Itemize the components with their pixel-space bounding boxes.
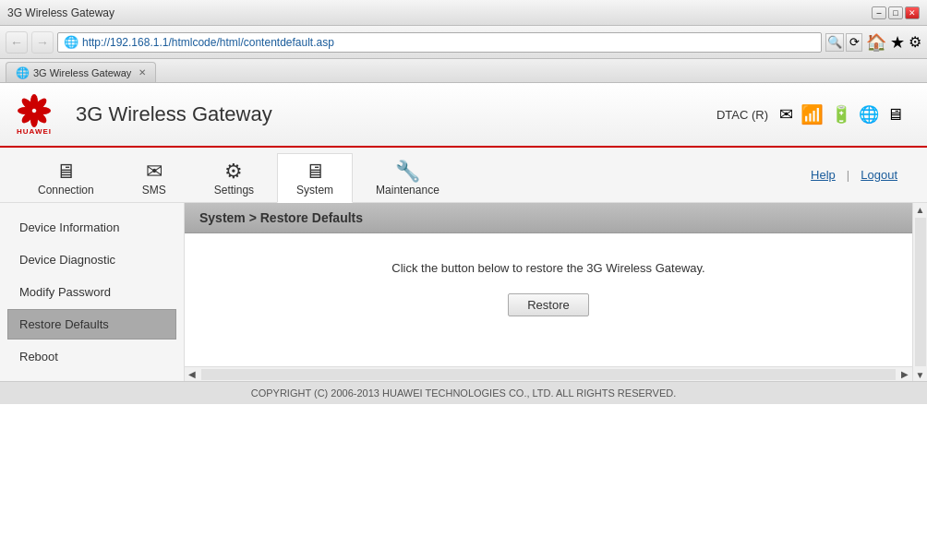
tools-icon[interactable]: ⚙ (909, 33, 921, 51)
tab-close-button[interactable]: ✕ (138, 67, 146, 77)
header-icons: ✉ 📶 🔋 🌐 🖥 (779, 103, 903, 125)
battery-icon: 🔋 (831, 104, 851, 125)
app-header: HUAWEI 3G Wireless Gateway DTAC (R) ✉ 📶 … (0, 83, 927, 148)
sidebar-item-modify-password[interactable]: Modify Password (7, 277, 176, 307)
bottom-scroll-track[interactable] (201, 369, 896, 380)
help-link[interactable]: Help (800, 168, 847, 182)
favorites-star-icon[interactable]: ★ (890, 32, 905, 53)
address-bar[interactable]: 🌐 http://192.168.1.1/htmlcode/html/conte… (57, 32, 822, 53)
system-icon: 🖥 (305, 160, 325, 184)
main-content: Device Information Device Diagnostic Mod… (0, 203, 927, 381)
tab-label: 3G Wireless Gateway (33, 67, 131, 78)
scroll-up-arrow[interactable]: ▲ (914, 203, 927, 216)
restore-description: Click the button below to restore the 3G… (203, 261, 894, 275)
nav-right: Help | Logout (800, 168, 909, 187)
window-controls: – □ ✕ (872, 6, 920, 19)
forward-button[interactable]: → (31, 31, 54, 54)
search-icon[interactable]: 🔍 (825, 33, 844, 52)
settings-icon: ⚙ (224, 160, 243, 184)
sidebar-item-device-diagnostic[interactable]: Device Diagnostic (7, 244, 176, 275)
breadcrumb: System > Restore Defaults (185, 203, 912, 233)
restore-btn-container: Restore (203, 293, 894, 316)
scroll-left-arrow[interactable]: ◀ (185, 368, 199, 381)
home-icon[interactable]: 🏠 (866, 32, 886, 53)
mail-icon: ✉ (779, 104, 793, 125)
right-scrollbar[interactable]: ▲ ▼ (912, 203, 927, 381)
tab-maintenance-label: Maintenance (376, 184, 439, 197)
app-footer: COPYRIGHT (C) 2006-2013 HUAWEI TECHNOLOG… (0, 381, 927, 404)
refresh-button[interactable]: ⟳ (846, 33, 862, 52)
sidebar: Device Information Device Diagnostic Mod… (0, 203, 185, 381)
globe-icon: 🌐 (859, 104, 879, 125)
tab-favicon: 🌐 (16, 66, 30, 79)
tab-system[interactable]: 🖥 System (277, 153, 353, 203)
carrier-name: DTAC (R) (716, 108, 768, 122)
footer-text: COPYRIGHT (C) 2006-2013 HUAWEI TECHNOLOG… (251, 387, 677, 399)
tab-system-label: System (296, 184, 333, 197)
sidebar-item-restore-defaults[interactable]: Restore Defaults (7, 309, 176, 340)
close-button[interactable]: ✕ (905, 6, 920, 19)
app-title: 3G Wireless Gateway (76, 102, 716, 126)
tab-sms-label: SMS (142, 184, 166, 197)
tab-connection[interactable]: 🖥 Connection (18, 153, 114, 202)
scroll-down-arrow[interactable]: ▼ (914, 368, 927, 381)
browser-tab[interactable]: 🌐 3G Wireless Gateway ✕ (6, 62, 156, 82)
signal-icon: 📶 (801, 103, 824, 125)
tab-sms[interactable]: ✉ SMS (117, 153, 191, 202)
connection-icon: 🖥 (55, 160, 76, 184)
scroll-track[interactable] (915, 218, 926, 366)
tab-maintenance[interactable]: 🔧 Maintenance (356, 153, 459, 202)
logo-text: HUAWEI (17, 127, 52, 136)
restore-button[interactable]: Restore (508, 293, 589, 316)
tab-connection-label: Connection (38, 184, 94, 197)
sms-icon: ✉ (146, 160, 163, 184)
monitor-icon: 🖥 (886, 105, 903, 125)
browser-tab-bar: 🌐 3G Wireless Gateway ✕ (0, 59, 927, 83)
huawei-logo: HUAWEI (15, 94, 54, 136)
title-bar-text: 3G Wireless Gateway (7, 6, 114, 19)
header-right: DTAC (R) ✉ 📶 🔋 🌐 🖥 (716, 103, 903, 125)
maximize-button[interactable]: □ (888, 6, 903, 19)
tab-settings[interactable]: ⚙ Settings (195, 153, 273, 202)
minimize-button[interactable]: – (872, 6, 886, 19)
nav-tabs: 🖥 Connection ✉ SMS ⚙ Settings 🖥 System 🔧… (0, 148, 927, 203)
maintenance-icon: 🔧 (395, 160, 420, 184)
title-bar: 3G Wireless Gateway – □ ✕ (0, 0, 927, 26)
logout-link[interactable]: Logout (849, 168, 909, 182)
scroll-right-arrow[interactable]: ▶ (897, 368, 912, 381)
address-text: http://192.168.1.1/htmlcode/html/content… (82, 36, 334, 49)
sidebar-item-device-information[interactable]: Device Information (7, 212, 176, 243)
tab-settings-label: Settings (214, 184, 254, 197)
content-area: System > Restore Defaults Click the butt… (185, 203, 912, 366)
ie-icon: 🌐 (64, 35, 78, 49)
sidebar-item-reboot[interactable]: Reboot (7, 341, 176, 372)
browser-nav-bar: ← → 🌐 http://192.168.1.1/htmlcode/html/c… (0, 26, 927, 59)
huawei-logo-svg (15, 94, 54, 127)
back-button[interactable]: ← (6, 31, 28, 54)
bottom-scrollbar[interactable]: ◀ ▶ (185, 366, 912, 381)
content-body: Click the button below to restore the 3G… (185, 233, 912, 344)
